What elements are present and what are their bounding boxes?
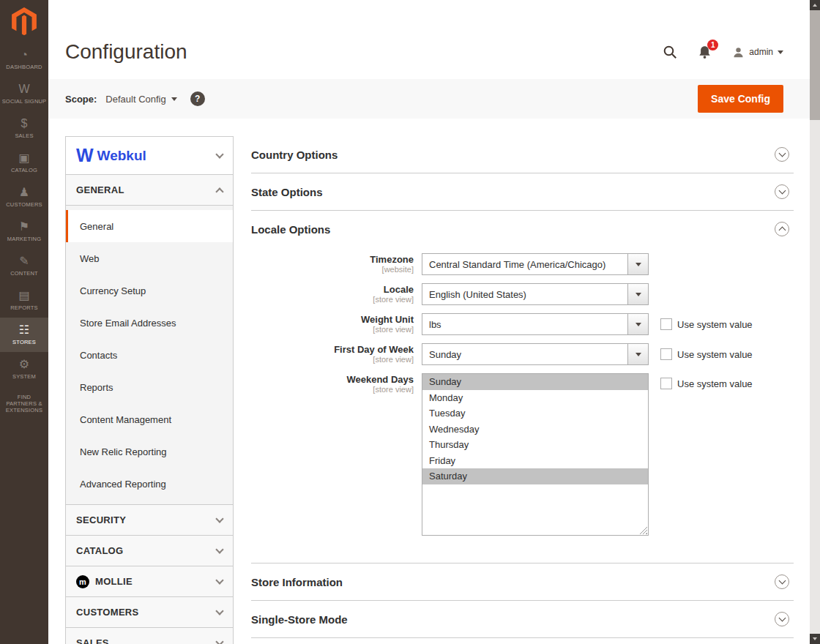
- sidebar-item-system[interactable]: ⚙ SYSTEM: [0, 352, 48, 386]
- search-button[interactable]: [663, 45, 677, 59]
- configuration-page: ◔ DASHBOARD W SOCIAL SIGNUP $ SALES ▣ CA…: [0, 0, 820, 644]
- admin-user-menu[interactable]: admin: [732, 46, 783, 59]
- multiselect-option-saturday[interactable]: Saturday: [422, 468, 648, 484]
- timezone-select[interactable]: Central Standard Time (America/Chicago): [422, 253, 649, 275]
- section-label: GENERAL: [76, 184, 124, 195]
- sidebar-item-social-signup[interactable]: W SOCIAL SIGNUP: [0, 77, 48, 111]
- scope-switcher[interactable]: Default Config: [105, 94, 176, 105]
- config-nav-item-reports[interactable]: Reports: [66, 371, 233, 403]
- chevron-down-icon: [171, 97, 177, 101]
- scrollbar-track[interactable]: [810, 120, 820, 634]
- config-nav-item-advanced-reporting[interactable]: Advanced Reporting: [66, 468, 233, 500]
- scroll-down-button[interactable]: [810, 634, 820, 644]
- accordion-header-locale-options[interactable]: Locale Options: [251, 211, 794, 247]
- select-arrow-button[interactable]: [627, 344, 648, 364]
- catalog-icon: ▣: [18, 151, 29, 165]
- sidebar-item-reports[interactable]: ▤ REPORTS: [0, 283, 48, 318]
- field-scope-hint: [website]: [251, 265, 414, 274]
- scroll-up-button[interactable]: [810, 0, 820, 10]
- chevron-up-circle-icon[interactable]: [775, 222, 789, 236]
- webkul-brand-row[interactable]: W Webkul: [66, 137, 233, 175]
- checkbox-label: Use system value: [677, 378, 753, 389]
- help-icon[interactable]: ?: [190, 91, 205, 106]
- multiselect-option-tuesday[interactable]: Tuesday: [422, 405, 648, 422]
- section-label: CATALOG: [76, 545, 123, 556]
- config-nav-section-catalog[interactable]: CATALOG: [66, 536, 233, 566]
- select-arrow-button[interactable]: [627, 284, 648, 304]
- sidebar-item-find-partners[interactable]: FIND PARTNERS & EXTENSIONS: [0, 386, 48, 421]
- sidebar-item-customers[interactable]: ♟ CUSTOMERS: [0, 180, 48, 214]
- config-nav-section-sales[interactable]: SALES: [66, 628, 233, 644]
- chevron-down-circle-icon[interactable]: [775, 612, 789, 626]
- multiselect-option-thursday[interactable]: Thursday: [422, 437, 648, 453]
- multiselect-option-monday[interactable]: Monday: [422, 390, 648, 406]
- field-label: Timezone [website]: [251, 253, 422, 274]
- config-nav-item-contacts[interactable]: Contacts: [66, 339, 233, 371]
- select-arrow-button[interactable]: [627, 314, 648, 334]
- checkbox-unchecked[interactable]: [660, 318, 672, 330]
- select-arrow-button[interactable]: [627, 254, 648, 274]
- multiselect-option-sunday[interactable]: Sunday: [422, 374, 648, 390]
- sidebar-item-stores[interactable]: ☷ STORES: [0, 318, 48, 352]
- nav-item-label: Currency Setup: [80, 285, 146, 296]
- accordion-header-single-store-mode[interactable]: Single-Store Mode: [251, 601, 794, 637]
- config-nav-item-store-email-addresses[interactable]: Store Email Addresses: [66, 307, 233, 339]
- accordion-locale-options: Locale Options Timezone [website] Centra…: [251, 211, 794, 564]
- config-nav-item-web[interactable]: Web: [66, 242, 233, 274]
- notifications-button[interactable]: 1: [698, 45, 712, 59]
- locale-select[interactable]: English (United States): [422, 283, 649, 305]
- accordion-header-store-information[interactable]: Store Information: [251, 564, 794, 600]
- dashboard-icon: ◔: [20, 48, 28, 61]
- nav-item-label: Store Email Addresses: [80, 318, 176, 329]
- webkul-brand-label: Webkul: [97, 148, 146, 164]
- checkbox-unchecked[interactable]: [660, 348, 672, 360]
- config-nav-section-general[interactable]: GENERAL: [66, 175, 233, 206]
- weight-unit-select[interactable]: lbs: [422, 313, 649, 335]
- multiselect-option-friday[interactable]: Friday: [422, 453, 648, 469]
- checkbox-unchecked[interactable]: [660, 378, 672, 389]
- config-nav-item-new-relic-reporting[interactable]: New Relic Reporting: [66, 435, 233, 468]
- scrollbar-thumb[interactable]: [810, 10, 820, 120]
- checkbox-label: Use system value: [677, 349, 753, 360]
- nav-item-label: General: [80, 221, 113, 232]
- scope-value: Default Config: [105, 94, 165, 105]
- sidebar-item-marketing[interactable]: ⚑ MARKETING: [0, 214, 48, 249]
- magento-logo[interactable]: [0, 0, 48, 42]
- first-day-of-week-select[interactable]: Sunday: [422, 343, 649, 365]
- admin-username: admin: [749, 47, 773, 57]
- config-nav-section-customers[interactable]: CUSTOMERS: [66, 597, 233, 628]
- use-system-value-weight-unit[interactable]: Use system value: [660, 318, 753, 330]
- accordion-header-country-options[interactable]: Country Options: [251, 136, 794, 173]
- chevron-down-icon: [215, 607, 223, 615]
- notification-badge: 1: [707, 40, 718, 50]
- sidebar-item-label: FIND PARTNERS & EXTENSIONS: [1, 394, 47, 413]
- sidebar-item-catalog[interactable]: ▣ CATALOG: [0, 146, 48, 180]
- multiselect-option-wednesday[interactable]: Wednesday: [422, 422, 648, 438]
- field-row-timezone: Timezone [website] Central Standard Time…: [251, 253, 794, 275]
- use-system-value-first-day[interactable]: Use system value: [660, 348, 753, 360]
- chevron-down-circle-icon[interactable]: [775, 184, 789, 199]
- resize-handle[interactable]: [639, 526, 647, 534]
- sidebar-item-sales[interactable]: $ SALES: [0, 111, 48, 146]
- accordion-state-options: State Options: [251, 173, 794, 211]
- accordion-header-state-options[interactable]: State Options: [251, 173, 794, 210]
- config-nav-item-general[interactable]: General: [66, 210, 233, 242]
- config-nav-section-security[interactable]: SECURITY: [66, 505, 233, 536]
- sidebar-item-content[interactable]: ✎ CONTENT: [0, 249, 48, 283]
- config-nav-section-mollie[interactable]: m MOLLIE: [66, 566, 233, 597]
- chevron-down-circle-icon[interactable]: [775, 574, 789, 589]
- selected-value: lbs: [429, 319, 441, 330]
- marketing-icon: ⚑: [19, 220, 29, 233]
- scrollbar[interactable]: [810, 0, 820, 644]
- weekend-days-multiselect[interactable]: Sunday Monday Tuesday Wednesday Thursday…: [422, 373, 649, 536]
- social-signup-icon: W: [18, 83, 29, 96]
- config-nav-item-content-management[interactable]: Content Management: [66, 403, 233, 435]
- config-nav-item-currency-setup[interactable]: Currency Setup: [66, 274, 233, 307]
- sidebar-item-dashboard[interactable]: ◔ DASHBOARD: [0, 42, 48, 77]
- accordion-title: State Options: [251, 186, 323, 198]
- use-system-value-weekend-days[interactable]: Use system value: [660, 378, 753, 389]
- save-config-button[interactable]: Save Config: [698, 85, 783, 113]
- reports-icon: ▤: [18, 289, 29, 302]
- chevron-down-circle-icon[interactable]: [775, 147, 789, 162]
- scope-label: Scope:: [65, 94, 97, 105]
